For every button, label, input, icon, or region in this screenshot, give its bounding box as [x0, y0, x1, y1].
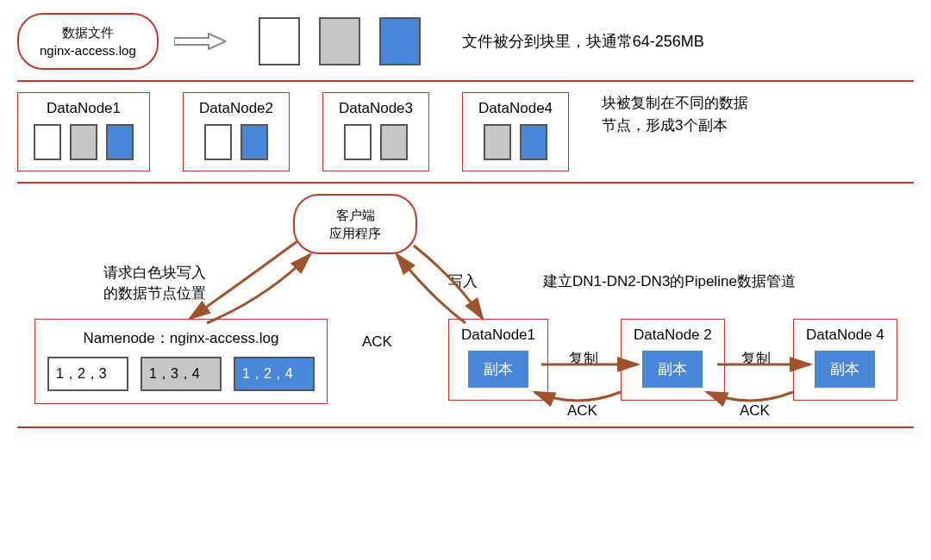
- block-blue: [106, 124, 134, 160]
- namenode-block-blue: 1，2，4: [234, 357, 315, 391]
- request-text-line2: 的数据节点位置: [103, 283, 206, 304]
- namenode-block-grey: 1，3，4: [141, 357, 222, 391]
- block-blue: [379, 17, 421, 65]
- arrow-right-icon: [174, 33, 226, 50]
- request-text-line1: 请求白色块写入: [103, 263, 206, 283]
- namenode: Namenode：nginx-access.log 1，2，3 1，3，4 1，…: [34, 319, 328, 404]
- section-replication: DataNode1 DataNode2 DataNode3 DataNode4 …: [17, 92, 914, 171]
- block-white: [204, 124, 232, 160]
- replica-label: 副本: [468, 351, 528, 388]
- section-file-split: 数据文件 nginx-access.log 文件被分到块里，块通常64-256M…: [17, 13, 914, 70]
- divider-2: [17, 182, 914, 184]
- ack-label-client: ACK: [362, 332, 392, 352]
- datanode-title: DataNode1: [34, 100, 134, 117]
- datanode-4: DataNode4: [462, 92, 569, 171]
- section-pipeline: 客户端 应用程序 请求白色块写入 的数据节点位置 写入 建立DN1-DN2-DN…: [17, 194, 914, 426]
- pipeline-dn-title: DataNode 2: [634, 327, 712, 344]
- pipeline-dn-title: DataNode1: [461, 327, 535, 344]
- datanode-3: DataNode3: [322, 92, 429, 171]
- ack-label-1: ACK: [567, 401, 597, 421]
- replication-caption: 块被复制在不同的数据节点，形成3个副本: [602, 92, 748, 136]
- block-grey: [319, 17, 360, 65]
- copy-label-1: 复制: [569, 349, 598, 370]
- block-blue: [520, 124, 547, 160]
- block-blue: [241, 124, 268, 160]
- pipeline-dn-2: DataNode 2 副本: [621, 319, 725, 401]
- client-label-1: 客户端: [329, 206, 381, 224]
- block-grey: [380, 124, 408, 160]
- pipeline-dn-3: DataNode 4 副本: [793, 319, 897, 401]
- datanode-2: DataNode2: [183, 92, 290, 171]
- block-grey: [484, 124, 511, 160]
- client-label-2: 应用程序: [329, 224, 381, 242]
- client-bubble: 客户端 应用程序: [293, 194, 417, 254]
- datanode-title: DataNode4: [478, 100, 553, 117]
- block-white: [344, 124, 372, 160]
- block-white: [259, 17, 300, 65]
- file-label: 数据文件: [40, 23, 136, 41]
- request-text: 请求白色块写入 的数据节点位置: [103, 263, 206, 304]
- block-white: [34, 124, 61, 160]
- divider-3: [17, 426, 914, 428]
- namenode-block-white: 1，2，3: [47, 357, 128, 391]
- replica-label: 副本: [815, 351, 875, 388]
- split-caption: 文件被分到块里，块通常64-256MB: [462, 31, 914, 52]
- ack-label-2: ACK: [740, 401, 770, 421]
- replica-label: 副本: [642, 351, 703, 388]
- namenode-title: Namenode：nginx-access.log: [47, 328, 315, 348]
- datanode-title: DataNode3: [339, 100, 413, 117]
- pipeline-dn-title: DataNode 4: [806, 327, 884, 344]
- block-grey: [70, 124, 97, 160]
- pipeline-caption: 建立DN1-DN2-DN3的Pipeline数据管道: [543, 271, 796, 292]
- split-blocks: [259, 17, 421, 65]
- datanode-1: DataNode1: [17, 92, 150, 171]
- divider-1: [17, 80, 914, 82]
- file-name: nginx-access.log: [40, 41, 136, 59]
- pipeline-dn-1: DataNode1 副本: [448, 319, 548, 401]
- copy-label-2: 复制: [741, 349, 771, 370]
- file-bubble: 数据文件 nginx-access.log: [17, 13, 159, 70]
- write-label: 写入: [448, 271, 478, 292]
- datanode-title: DataNode2: [199, 100, 273, 117]
